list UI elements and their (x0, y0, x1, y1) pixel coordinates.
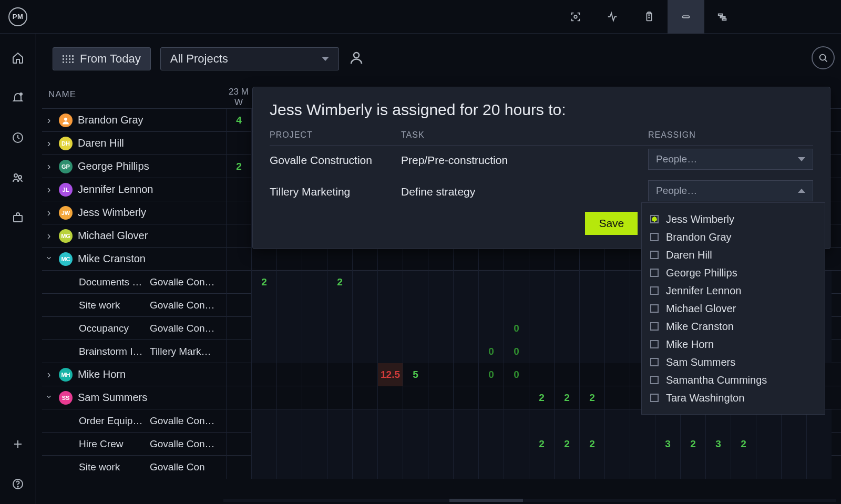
workload-cell[interactable] (403, 386, 428, 409)
workload-cell[interactable]: 5 (403, 363, 428, 386)
workload-cell[interactable] (403, 248, 428, 271)
workload-cell[interactable] (428, 340, 453, 363)
workload-cell[interactable] (352, 271, 377, 294)
workload-cell[interactable] (478, 294, 504, 317)
workload-cell[interactable] (352, 317, 377, 340)
workload-cell[interactable] (554, 317, 579, 340)
checkbox-icon[interactable] (650, 215, 659, 223)
workload-cell[interactable] (806, 433, 832, 456)
workload-cell[interactable] (579, 409, 604, 433)
workload-cell[interactable] (529, 271, 554, 294)
workload-cell[interactable] (428, 409, 453, 433)
workload-cell[interactable] (655, 456, 680, 479)
people-option[interactable]: Samantha Cummings (650, 371, 816, 389)
checkbox-icon[interactable] (650, 286, 659, 295)
workload-cell[interactable] (604, 248, 630, 271)
workload-cell[interactable] (604, 433, 630, 456)
scroll-thumb[interactable] (449, 499, 523, 502)
workload-cell[interactable] (327, 363, 352, 386)
workload-cell[interactable] (226, 224, 251, 248)
workload-cell[interactable] (251, 433, 276, 456)
collapse-icon[interactable] (42, 393, 56, 402)
workload-cell[interactable] (504, 248, 529, 271)
workload-cell[interactable] (705, 456, 731, 479)
workload-cell[interactable] (226, 178, 251, 201)
workload-cell[interactable] (453, 294, 478, 317)
search-button[interactable] (812, 46, 835, 69)
workload-cell[interactable] (428, 317, 453, 340)
workload-cell[interactable] (604, 271, 630, 294)
checkbox-icon[interactable] (650, 340, 659, 348)
workload-cell[interactable] (276, 248, 302, 271)
workload-cell[interactable] (529, 363, 554, 386)
workload-cell[interactable] (377, 294, 403, 317)
workload-cell[interactable] (251, 340, 276, 363)
workload-cell[interactable]: 0 (478, 340, 504, 363)
workload-cell[interactable] (504, 409, 529, 433)
workload-cell[interactable] (302, 317, 327, 340)
workload-cell[interactable]: 0 (478, 363, 504, 386)
workload-cell[interactable] (327, 409, 352, 433)
app-logo[interactable]: PM (8, 7, 27, 26)
reassign-select-0[interactable]: People… (648, 149, 813, 170)
checkbox-icon[interactable] (650, 304, 659, 313)
workload-cell[interactable] (226, 363, 251, 386)
workload-cell[interactable] (529, 456, 554, 479)
recent-icon[interactable] (8, 128, 27, 147)
workload-cell[interactable] (276, 433, 302, 456)
workload-cell[interactable] (377, 317, 403, 340)
workload-cell[interactable] (327, 433, 352, 456)
workload-cell[interactable] (403, 433, 428, 456)
workload-cell[interactable] (630, 433, 655, 456)
checkbox-icon[interactable] (650, 322, 659, 331)
add-icon[interactable] (8, 435, 27, 454)
workload-cell[interactable] (806, 456, 832, 479)
workload-cell[interactable] (731, 456, 756, 479)
workload-cell[interactable] (604, 409, 630, 433)
workload-cell[interactable]: 2 (579, 433, 604, 456)
workload-cell[interactable] (428, 248, 453, 271)
workload-cell[interactable] (352, 386, 377, 409)
workload-cell[interactable] (504, 294, 529, 317)
workload-cell[interactable] (478, 386, 504, 409)
activity-icon[interactable] (594, 0, 631, 34)
workload-cell[interactable] (403, 271, 428, 294)
workload-cell[interactable] (604, 456, 630, 479)
workload-cell[interactable] (428, 386, 453, 409)
workload-cell[interactable] (529, 294, 554, 317)
workload-cell[interactable] (504, 456, 529, 479)
workload-cell[interactable]: 0 (504, 317, 529, 340)
workload-cell[interactable] (352, 456, 377, 479)
workload-cell[interactable]: 4 (226, 109, 251, 132)
workload-cell[interactable] (251, 294, 276, 317)
workload-cell[interactable] (403, 317, 428, 340)
people-option[interactable]: Mike Horn (650, 335, 816, 353)
people-dropdown[interactable]: Jess Wimberly Brandon Gray Daren Hill Ge… (641, 202, 825, 415)
workload-cell[interactable] (554, 340, 579, 363)
workload-cell[interactable] (327, 248, 352, 271)
workload-cell[interactable] (377, 456, 403, 479)
workload-cell[interactable] (226, 271, 251, 294)
workload-cell[interactable] (554, 456, 579, 479)
workload-cell[interactable] (352, 363, 377, 386)
workload-cell[interactable]: 2 (529, 433, 554, 456)
workload-cell[interactable] (478, 433, 504, 456)
workload-cell[interactable] (352, 248, 377, 271)
workload-cell[interactable] (428, 271, 453, 294)
workload-cell[interactable] (756, 433, 781, 456)
gantt-icon[interactable] (704, 0, 741, 34)
workload-cell[interactable] (554, 248, 579, 271)
workload-cell[interactable] (226, 294, 251, 317)
workload-cell[interactable] (604, 317, 630, 340)
people-option[interactable]: Mike Cranston (650, 317, 816, 335)
workload-cell[interactable] (403, 294, 428, 317)
workload-cell[interactable] (604, 340, 630, 363)
workload-cell[interactable] (327, 456, 352, 479)
workload-cell[interactable]: 12.5 (377, 363, 403, 386)
expand-icon[interactable] (42, 137, 56, 149)
workload-cell[interactable] (554, 294, 579, 317)
workload-cell[interactable] (377, 409, 403, 433)
expand-icon[interactable] (42, 114, 56, 126)
workload-cell[interactable] (453, 271, 478, 294)
checkbox-icon[interactable] (650, 358, 659, 366)
